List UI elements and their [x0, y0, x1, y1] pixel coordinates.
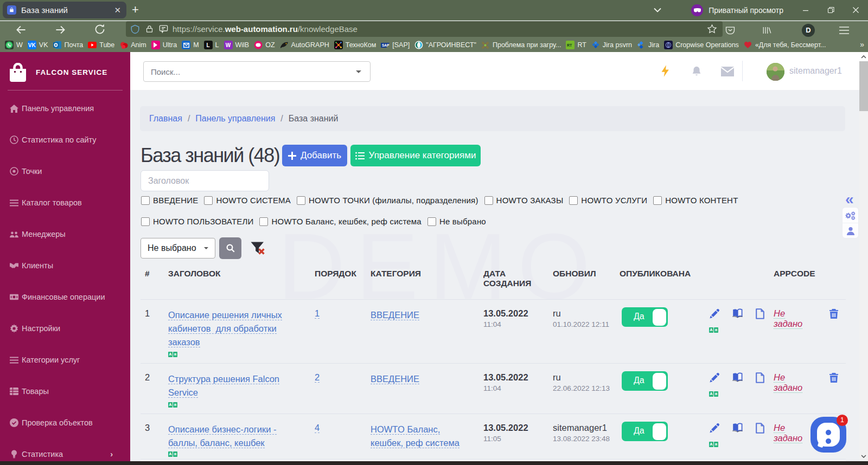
svg-text:RT: RT	[567, 43, 572, 47]
svg-text:SAP: SAP	[382, 43, 390, 47]
